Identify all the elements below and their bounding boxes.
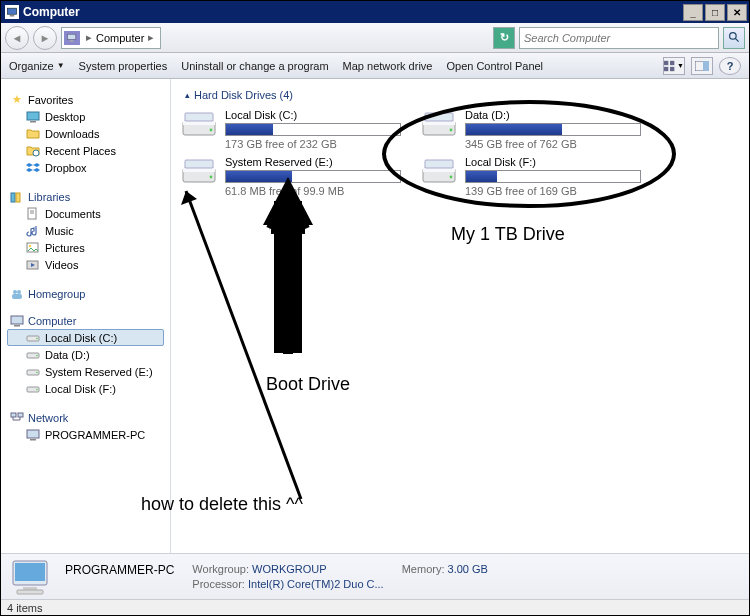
- breadcrumb[interactable]: ▸ Computer ▸: [61, 27, 161, 49]
- usage-bar: [225, 170, 401, 183]
- titlebar: Computer _ □ ✕: [1, 1, 749, 23]
- command-bar: Organize ▼ System properties Uninstall o…: [1, 53, 749, 79]
- maximize-button[interactable]: □: [705, 4, 725, 21]
- svg-rect-37: [18, 413, 23, 417]
- sidebar-item-programmer-pc[interactable]: PROGRAMMER-PC: [7, 426, 164, 443]
- music-icon: [25, 224, 40, 237]
- help-button[interactable]: ?: [719, 57, 741, 75]
- sidebar-item-local-f[interactable]: Local Disk (F:): [7, 380, 164, 397]
- drive-name: Local Disk (C:): [225, 109, 401, 121]
- network-header[interactable]: Network: [9, 411, 164, 424]
- recent-icon: [25, 144, 40, 157]
- minimize-button[interactable]: _: [683, 4, 703, 21]
- drive-icon: [421, 156, 457, 188]
- drive-icon: [181, 156, 217, 188]
- close-button[interactable]: ✕: [727, 4, 747, 21]
- svg-rect-26: [11, 316, 23, 324]
- back-button[interactable]: ◄: [5, 26, 29, 50]
- refresh-button[interactable]: ↻: [493, 27, 515, 49]
- svg-rect-46: [185, 113, 213, 121]
- sidebar-item-recent[interactable]: Recent Places: [7, 142, 164, 159]
- drive-icon: [25, 365, 40, 378]
- svg-rect-27: [14, 325, 20, 327]
- organize-button[interactable]: Organize ▼: [9, 60, 65, 72]
- sidebar-item-music[interactable]: Music: [7, 222, 164, 239]
- sidebar-item-sysres-e[interactable]: System Reserved (E:): [7, 363, 164, 380]
- search-button[interactable]: [723, 27, 745, 49]
- computer-icon: [9, 557, 55, 597]
- svg-point-31: [36, 354, 38, 356]
- sidebar-item-videos[interactable]: Videos: [7, 256, 164, 273]
- workgroup-value: WORKGROUP: [252, 563, 327, 575]
- chevron-icon: ▸: [144, 31, 158, 44]
- uninstall-button[interactable]: Uninstall or change a program: [181, 60, 328, 72]
- sidebar-item-data-d[interactable]: Data (D:): [7, 346, 164, 363]
- drive-icon: [181, 109, 217, 141]
- preview-pane-button[interactable]: [691, 57, 713, 75]
- sidebar-item-downloads[interactable]: Downloads: [7, 125, 164, 142]
- svg-rect-3: [70, 40, 74, 42]
- libraries-header[interactable]: Libraries: [9, 190, 164, 203]
- svg-rect-67: [17, 590, 43, 594]
- window-title: Computer: [23, 5, 683, 19]
- system-properties-button[interactable]: System properties: [79, 60, 168, 72]
- svg-line-5: [735, 38, 738, 41]
- svg-rect-8: [664, 66, 668, 70]
- svg-rect-60: [274, 201, 302, 353]
- workgroup-label: Workgroup:: [192, 563, 249, 575]
- annotation-my-1tb: My 1 TB Drive: [451, 224, 565, 245]
- svg-point-33: [36, 371, 38, 373]
- search-input[interactable]: [520, 32, 718, 44]
- sidebar-item-local-c[interactable]: Local Disk (C:): [7, 329, 164, 346]
- sidebar-item-documents[interactable]: Documents: [7, 205, 164, 222]
- drive-free-text: 61.8 MB free of 99.9 MB: [225, 185, 401, 197]
- map-network-drive-button[interactable]: Map network drive: [343, 60, 433, 72]
- folder-icon: [25, 127, 40, 140]
- drive-icon: [421, 109, 457, 141]
- svg-point-53: [210, 176, 213, 179]
- search-box[interactable]: [519, 27, 719, 49]
- videos-icon: [25, 258, 40, 271]
- memory-label: Memory:: [402, 563, 445, 575]
- svg-rect-11: [703, 61, 709, 71]
- drive-local-c[interactable]: Local Disk (C:) 173 GB free of 232 GB: [181, 109, 401, 150]
- drive-free-text: 173 GB free of 232 GB: [225, 138, 401, 150]
- breadcrumb-label: Computer: [96, 32, 144, 44]
- svg-rect-58: [425, 160, 453, 168]
- collapse-icon: ▴: [185, 90, 190, 100]
- homegroup-icon: [9, 287, 24, 300]
- sidebar-item-pictures[interactable]: Pictures: [7, 239, 164, 256]
- open-control-panel-button[interactable]: Open Control Panel: [446, 60, 543, 72]
- svg-rect-56: [423, 168, 455, 172]
- svg-rect-9: [670, 66, 674, 70]
- details-name: PROGRAMMER-PC: [65, 563, 174, 577]
- drive-local-f[interactable]: Local Disk (F:) 139 GB free of 169 GB: [421, 156, 641, 197]
- view-mode-button[interactable]: ▼: [663, 57, 685, 75]
- drive-name: System Reserved (E:): [225, 156, 401, 168]
- homegroup-header[interactable]: Homegroup: [9, 287, 164, 300]
- group-header[interactable]: ▴ Hard Disk Drives (4): [181, 85, 739, 109]
- pictures-icon: [25, 241, 40, 254]
- sidebar-item-desktop[interactable]: Desktop: [7, 108, 164, 125]
- usage-bar: [465, 170, 641, 183]
- sidebar-item-dropbox[interactable]: Dropbox: [7, 159, 164, 176]
- computer-header[interactable]: Computer: [9, 314, 164, 327]
- dropbox-icon: [25, 161, 40, 174]
- favorites-header[interactable]: ★ Favorites: [9, 93, 164, 106]
- drive-sysres-e[interactable]: System Reserved (E:) 61.8 MB free of 99.…: [181, 156, 401, 197]
- documents-icon: [25, 207, 40, 220]
- svg-rect-16: [16, 193, 20, 202]
- svg-rect-52: [183, 168, 215, 172]
- svg-rect-65: [15, 563, 45, 581]
- desktop-icon: [25, 110, 40, 123]
- drive-data-d[interactable]: Data (D:) 345 GB free of 762 GB: [421, 109, 641, 150]
- svg-point-29: [36, 337, 38, 339]
- chevron-down-icon: ▼: [57, 61, 65, 70]
- svg-point-23: [13, 290, 17, 294]
- svg-rect-42: [30, 439, 36, 441]
- network-icon: [9, 411, 24, 424]
- svg-rect-54: [185, 160, 213, 168]
- svg-point-45: [210, 129, 213, 132]
- usage-bar: [225, 123, 401, 136]
- forward-button[interactable]: ►: [33, 26, 57, 50]
